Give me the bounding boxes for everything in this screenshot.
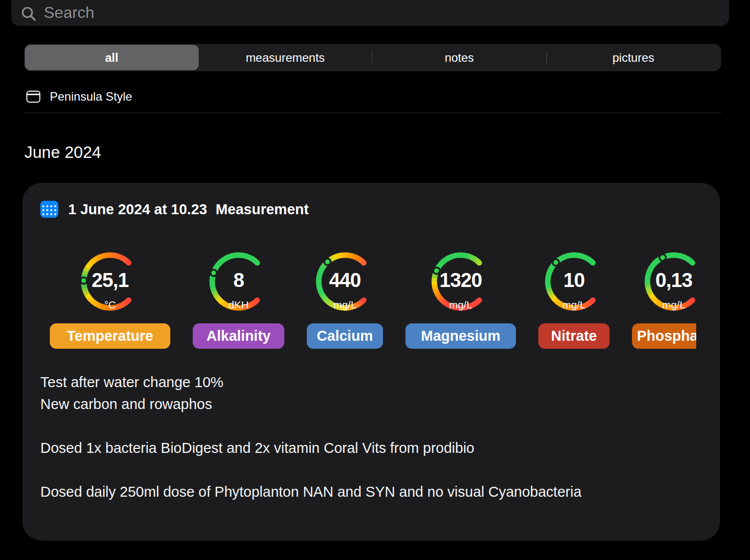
gauge-item-phosphate: 0,13mg/LPhosphate: [632, 252, 696, 362]
gauge-value: 440: [315, 269, 375, 291]
gauge-pill-nitrate: Nitrate: [538, 323, 610, 349]
card-entry-type: Measurement: [216, 201, 309, 217]
gauge-unit-label: °C: [80, 299, 140, 311]
gauge-unit-label: dKH: [209, 299, 268, 311]
note-line: Test after water change 10%: [40, 371, 705, 393]
card-title: 1 June 2024 at 10.23Measurement: [68, 201, 309, 218]
gauge-pill-magnesium: Magnesium: [405, 323, 516, 349]
gauge-item-alkalinity: 8dKHAlkalinity: [193, 252, 284, 362]
calendar-icon: [40, 201, 58, 218]
tab-pictures[interactable]: pictures: [547, 45, 721, 70]
card-timestamp: 1 June 2024 at 10.23: [68, 201, 207, 217]
tank-name: Peninsula Style: [50, 90, 132, 104]
gauges-row[interactable]: 25,1°CTemperature8dKHAlkalinity440mg/LCa…: [50, 252, 696, 362]
gauge-arc: 25,1°C: [80, 252, 140, 311]
measurement-card[interactable]: 1 June 2024 at 10.23Measurement 25,1°CTe…: [22, 183, 720, 541]
gauge-item-nitrate: 10mg/LNitrate: [538, 252, 610, 362]
tab-all[interactable]: all: [25, 45, 199, 70]
gauge-value: 0,13: [644, 269, 696, 291]
gauge-arc: 8dKH: [209, 252, 268, 311]
app-screen: Search all measurements notes pictures P…: [0, 0, 750, 560]
gauge-arc: 1320mg/L: [431, 252, 491, 311]
gauge-pill-temperature: Temperature: [50, 323, 170, 349]
gauge-arc: 0,13mg/L: [644, 252, 696, 311]
note-text: Test after water change 10% New carbon a…: [40, 371, 705, 503]
gauge-item-magnesium: 1320mg/LMagnesium: [405, 252, 516, 362]
gauge-unit-label: mg/L: [315, 299, 375, 311]
gauge-unit-label: mg/L: [431, 299, 491, 311]
gauge-unit-label: mg/L: [544, 299, 604, 311]
gauge-item-calcium: 440mg/LCalcium: [307, 252, 383, 362]
gauge-value: 1320: [431, 269, 491, 291]
gauge-value: 8: [209, 269, 268, 291]
tab-measurements[interactable]: measurements: [199, 45, 373, 70]
card-header: 1 June 2024 at 10.23Measurement: [40, 201, 309, 218]
tab-notes[interactable]: notes: [373, 45, 546, 70]
filter-segmented-control: all measurements notes pictures: [24, 44, 721, 71]
divider: [24, 113, 721, 113]
gauge-arc: 10mg/L: [544, 252, 604, 311]
note-line: Dosed 1x bacteria BioDigest and 2x vitam…: [40, 437, 705, 459]
gauge-value: 10: [544, 269, 604, 291]
gauge-item-temperature: 25,1°CTemperature: [50, 252, 170, 362]
search-placeholder: Search: [44, 2, 94, 22]
gauge-pill-calcium: Calcium: [307, 323, 383, 349]
gauge-unit-label: mg/L: [644, 299, 696, 311]
gauge-value: 25,1: [80, 269, 140, 291]
gauge-pill-alkalinity: Alkalinity: [193, 323, 284, 349]
note-line: Dosed daily 250ml dose of Phytoplanton N…: [40, 481, 705, 503]
search-icon: [20, 5, 44, 22]
note-line: New carbon and rowaphos: [40, 393, 705, 415]
gauge-arc: 440mg/L: [315, 252, 375, 311]
gauge-pill-phosphate: Phosphate: [632, 323, 696, 349]
tank-row[interactable]: Peninsula Style: [26, 90, 132, 104]
aquarium-icon: [26, 91, 40, 103]
section-month-header: June 2024: [24, 143, 101, 162]
search-input[interactable]: Search: [11, 0, 729, 26]
